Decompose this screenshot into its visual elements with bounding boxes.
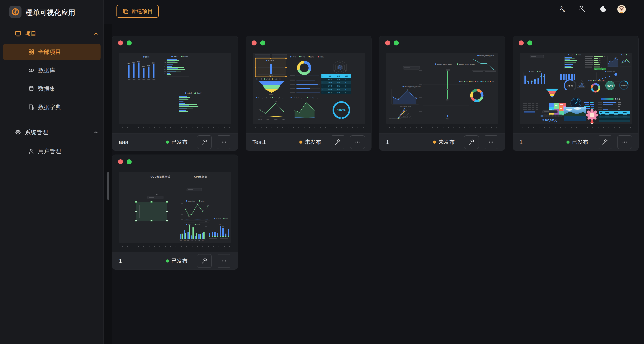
user-icon [28, 148, 34, 155]
svg-text:成绩: 成绩 [345, 75, 348, 77]
svg-text:Tue: Tue [164, 71, 166, 72]
project-title: 1 [520, 139, 566, 145]
sidebar: 橙单可视化应用 项目 全部项目 数据库 数据集 [0, 0, 104, 344]
svg-text:Tue: Tue [594, 80, 596, 81]
project-title: 1 [119, 258, 166, 264]
project-thumbnail[interactable]: SQL数据源测试 API数据集 class_hour price [119, 172, 231, 243]
scrollbar-thumb[interactable] [107, 172, 109, 200]
sidebar-group-projects[interactable]: 项目 [0, 27, 104, 41]
new-project-label: 新建项目 [132, 8, 153, 15]
project-card-aaa[interactable]: price 3495 3805 4043 2588 2964 3586 一年级 … [112, 36, 238, 151]
svg-text:一年级: 一年级 [292, 56, 296, 57]
project-title: Test1 [252, 139, 299, 145]
edit-build-button[interactable] [598, 135, 612, 149]
new-project-button[interactable]: 新建项目 [116, 5, 159, 18]
svg-text:388: 388 [599, 62, 602, 63]
hammer-icon [602, 139, 608, 146]
dotted-separator [253, 127, 364, 128]
svg-text:265: 265 [275, 101, 277, 102]
app-logo [9, 6, 22, 18]
svg-text:一年级: 一年级 [328, 92, 332, 93]
link-icon [28, 67, 34, 74]
sidebar-item-datasets[interactable]: 数据集 [3, 80, 100, 97]
status-badge: 已发布 [166, 138, 188, 146]
line-chart: class_hour price 756 300 300 1111 400 99… [181, 200, 210, 222]
edit-build-button[interactable] [331, 135, 345, 149]
landscape-photo [564, 107, 586, 121]
project-thumbnail[interactable]: data1 data2 756 299 300 [520, 53, 632, 124]
more-actions-button[interactable] [617, 135, 632, 149]
project-card-1-published-sql[interactable]: SQL数据源测试 API数据集 class_hour price [112, 155, 238, 270]
window-dots [118, 40, 132, 45]
svg-text:二年级: 二年级 [301, 56, 305, 57]
svg-text:student_attend_count: student_attend_count [258, 97, 270, 99]
project-card-test1[interactable]: 献花数量 5 一年级 一年级 二年级 三年级 四年级 [246, 36, 372, 151]
svg-text:Mon: Mon [460, 81, 463, 82]
svg-text:3: 3 [322, 85, 323, 87]
svg-text:英语: 英语 [337, 85, 340, 87]
user-avatar[interactable] [617, 5, 626, 13]
svg-text:999: 999 [602, 69, 604, 70]
area-chart: student_attend_count student_flower_amou… [290, 97, 322, 118]
sidebar-item-user-management[interactable]: 用户管理 [3, 143, 100, 160]
svg-text:3586: 3586 [152, 62, 155, 64]
ellipsis-icon [221, 258, 227, 264]
svg-text:Fri: Fri [195, 240, 196, 241]
edit-build-button[interactable] [197, 135, 212, 149]
project-thumbnail[interactable]: price 3495 3805 4043 2588 2964 3586 一年级 … [119, 53, 231, 124]
ellipsis-icon [621, 139, 628, 145]
header: 新建项目 文 A [104, 0, 644, 24]
svg-text:Tue: Tue [184, 240, 186, 241]
project-thumbnail[interactable]: student_attend_count student_attend_coun… [386, 53, 498, 124]
project-thumbnail[interactable]: 献花数量 5 一年级 一年级 二年级 三年级 四年级 [253, 53, 365, 124]
svg-text:999: 999 [207, 205, 209, 206]
svg-text:student_flower_amount: student_flower_amount [308, 97, 322, 99]
project-card-1-published-dense[interactable]: data1 data2 756 299 300 [513, 36, 639, 151]
sidebar-item-databases[interactable]: 数据库 [3, 62, 100, 79]
svg-text:四年级: 四年级 [269, 94, 273, 95]
language-icon[interactable]: 文 A [558, 5, 567, 13]
sidebar-item-all-projects[interactable]: 全部项目 [3, 44, 100, 60]
edit-build-button[interactable] [197, 254, 212, 268]
dotted-separator [387, 127, 498, 128]
edit-build-button[interactable] [464, 135, 479, 149]
sidebar-item-label: 数据库 [38, 66, 55, 74]
money-value: ¥ 100,000元 [542, 119, 557, 122]
status-badge: 已发布 [566, 138, 588, 146]
status-dot-published [566, 141, 570, 144]
window-dots [118, 159, 132, 164]
green-dot-icon [127, 159, 132, 164]
card-footer: 1 未发布 [380, 133, 505, 151]
svg-text:二年级: 二年级 [266, 119, 269, 120]
magic-wand-icon[interactable] [578, 5, 586, 13]
more-actions-button[interactable] [350, 135, 365, 149]
dark-theme-moon-icon[interactable] [599, 5, 607, 13]
svg-text:二年级: 二年级 [328, 82, 332, 83]
svg-text:data2: data2 [183, 55, 188, 57]
card-footer: 1 已发布 [513, 133, 638, 151]
project-card-1-unpublished[interactable]: student_attend_count student_attend_coun… [379, 36, 505, 151]
ellipsis-icon [488, 139, 494, 145]
radar-chart: student_attend_count student_flower_amou… [389, 106, 412, 119]
green-dot-icon [260, 40, 265, 45]
status-dot-published [166, 141, 169, 144]
more-actions-button[interactable] [217, 135, 231, 149]
sidebar-group-label: 系统管理 [25, 128, 48, 136]
hammer-icon [334, 139, 342, 146]
database-icon [28, 85, 34, 92]
svg-text:Wed: Wed [164, 69, 166, 70]
svg-text:Wed: Wed [471, 81, 474, 82]
svg-text:四年级: 四年级 [320, 56, 324, 58]
project-title: aaa [119, 139, 166, 145]
sidebar-item-data-dictionary[interactable]: 数据字典 [3, 99, 100, 115]
more-actions-button[interactable] [484, 135, 498, 149]
chevron-up-icon[interactable] [93, 31, 99, 36]
dashboard-preview: student_attend_count student_attend_coun… [386, 53, 498, 124]
dotted-separator [120, 246, 230, 247]
status-label: 已发布 [171, 138, 188, 146]
sidebar-group-system[interactable]: 系统管理 [0, 125, 104, 139]
svg-text:科目: 科目 [337, 75, 340, 77]
more-actions-button[interactable] [217, 254, 231, 268]
svg-text:400: 400 [202, 210, 204, 211]
chevron-up-icon[interactable] [93, 130, 99, 135]
